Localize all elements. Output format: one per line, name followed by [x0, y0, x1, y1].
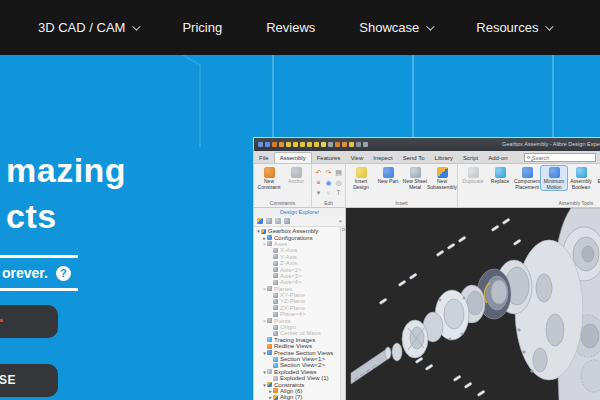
nav-item-pricing[interactable]: Pricing — [182, 20, 222, 35]
ribbon-button-label: New Sheet Metal — [402, 179, 428, 190]
chevron-down-icon — [546, 22, 554, 30]
ribbon-button-replace[interactable]: Replace — [487, 166, 513, 185]
link-icon[interactable] — [284, 218, 290, 224]
tab-inspect[interactable]: Inspect — [368, 153, 397, 163]
tree-item-label: XY-Plane — [280, 292, 305, 298]
nav-item-3d-cad-cam[interactable]: 3D CAD / CAM — [38, 20, 138, 35]
nav-item-reviews[interactable]: Reviews — [266, 20, 315, 35]
tree-node-icon — [261, 229, 266, 234]
copy-icon[interactable]: ▤ — [334, 168, 343, 177]
tree-item-label: X-Axis — [280, 247, 297, 253]
undo-icon[interactable]: ↶ — [314, 168, 323, 177]
nav-item-showcase[interactable]: Showcase — [359, 20, 432, 35]
ribbon-button-new-part[interactable]: New Part — [375, 166, 401, 185]
ribbon-button-new-constraint[interactable]: New Constraint — [256, 166, 282, 190]
ribbon-button-insert-design[interactable]: Insert Design — [348, 166, 374, 190]
tree-node-icon — [273, 388, 278, 393]
tree-item-label: Planes — [274, 286, 292, 292]
tab-script[interactable]: Script — [458, 153, 483, 163]
zoom-icon[interactable] — [356, 142, 361, 147]
tree-item-label: Axis<2> — [280, 267, 302, 273]
tree-node-icon — [267, 235, 272, 240]
hero-cta-button-2[interactable]: SE — [0, 364, 58, 397]
undo-icon[interactable] — [272, 142, 277, 147]
new-subassembly-icon — [437, 167, 448, 178]
tab-view[interactable]: View — [345, 153, 368, 163]
tab-send-to[interactable]: Send To — [398, 153, 430, 163]
help-icon[interactable]: ? — [56, 266, 71, 281]
dropdown-caret-icon[interactable] — [328, 142, 333, 147]
redo-icon[interactable] — [279, 142, 284, 147]
tree-item-label: Align (7) — [280, 394, 302, 400]
part-cube-icon[interactable] — [286, 142, 291, 147]
tree-item-precise-section-views[interactable]: ▾Precise Section Views — [254, 349, 345, 355]
assembly-boolean-icon — [576, 167, 587, 178]
nav-item-label: Pricing — [182, 20, 222, 35]
tree-node-icon — [273, 312, 278, 317]
free-forever-banner: orever. ? — [0, 255, 78, 291]
display-filter-icon[interactable] — [257, 218, 263, 224]
part-cube-icon[interactable] — [293, 142, 298, 147]
nav-item-label: Reviews — [266, 20, 315, 35]
chevron-down-icon — [426, 22, 434, 30]
nav-item-resources[interactable]: Resources — [476, 20, 551, 35]
part-cube-icon[interactable] — [321, 142, 326, 147]
options-icon[interactable]: ▿ — [324, 188, 333, 197]
search-input[interactable] — [532, 155, 593, 161]
tree-item-label: Points — [274, 318, 291, 324]
tab-features[interactable]: Features — [312, 153, 346, 163]
hide-icon[interactable]: ◎ — [334, 178, 343, 187]
pin-icon[interactable]: ⌖ — [339, 218, 342, 225]
ribbon-button-minimum-motion[interactable]: Minimum Motion — [541, 166, 567, 190]
tab-library[interactable]: Library — [430, 153, 458, 163]
tree-item-align-7[interactable]: ▸Align (7) — [254, 394, 345, 400]
show-icon[interactable]: ◉ — [324, 178, 333, 187]
help-icon[interactable] — [363, 142, 368, 147]
select-corner-icon[interactable] — [335, 142, 340, 147]
more-icon[interactable]: ▾ — [314, 188, 323, 197]
design-explorer-panel: Design Explorer ⌖ ▾Gearbox Assembly▸Conf… — [254, 208, 346, 400]
ribbon-button-assembly-boolean[interactable]: Assembly Boolean — [568, 166, 594, 190]
new-file-icon[interactable] — [265, 142, 270, 147]
delete-icon[interactable]: × — [314, 178, 323, 187]
view-mode-icon[interactable] — [266, 218, 272, 224]
ribbon-button-new-sheet-metal[interactable]: New Sheet Metal — [402, 166, 428, 190]
search-box[interactable] — [524, 153, 596, 162]
tree-item-label: Axis<3> — [280, 273, 302, 279]
select-corner-icon[interactable] — [342, 142, 347, 147]
save-icon[interactable] — [258, 142, 263, 147]
ribbon-button-duplicate: Duplicate — [460, 166, 486, 185]
part-cube-icon[interactable] — [300, 142, 305, 147]
tree-scrollbar[interactable] — [340, 227, 345, 400]
nav-item-label: Showcase — [359, 20, 419, 35]
new-part-icon — [383, 167, 394, 178]
tab-file[interactable]: File — [254, 153, 274, 163]
ribbon-button-exploded-view[interactable]: Exploded View — [595, 166, 600, 190]
nav-items: 3D CAD / CAMPricingReviewsShowcaseResour… — [38, 20, 551, 35]
ribbon-button-new-subassembly[interactable]: New Subassembly — [429, 166, 455, 190]
search-icon — [527, 156, 530, 159]
tree-item-label: Y-Axis — [280, 254, 297, 260]
tree-node-icon — [273, 363, 278, 368]
tab-add-on[interactable]: Add-on — [483, 153, 512, 163]
tree-item-label: ZX-Plane — [280, 305, 305, 311]
tab-assembly[interactable]: Assembly — [274, 152, 312, 163]
measure-icon[interactable] — [349, 142, 354, 147]
cta2-label-fragment: SE — [0, 373, 16, 387]
tree-node-icon — [273, 376, 278, 381]
ribbon-group-edit: ↶↷▤×◉◎▾▿TEdit — [312, 164, 346, 207]
ribbon-group-label: Insert — [346, 199, 457, 207]
text-icon[interactable]: T — [334, 188, 343, 197]
hero-cta-button-1[interactable] — [0, 305, 58, 338]
ribbon-button-label: New Part — [378, 179, 399, 185]
redo-icon[interactable]: ↷ — [324, 168, 333, 177]
folders-icon[interactable] — [275, 218, 281, 224]
free-forever-text: orever. — [2, 265, 48, 281]
part-cube-icon[interactable] — [314, 142, 319, 147]
part-cube-icon[interactable] — [307, 142, 312, 147]
ribbon-button-label: Duplicate — [463, 179, 484, 185]
3d-viewport[interactable] — [346, 208, 600, 400]
tree-item-label: Section View<2> — [280, 362, 325, 368]
ribbon-button-component-placement[interactable]: Component Placement — [514, 166, 540, 190]
tree-node-icon — [267, 369, 272, 374]
